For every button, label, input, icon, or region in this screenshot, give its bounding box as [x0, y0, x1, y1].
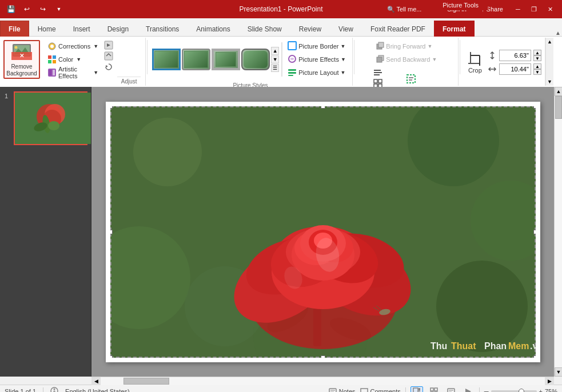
save-icon[interactable]: 💾 [5, 3, 17, 15]
slide-panel: 1 [0, 87, 91, 377]
width-up[interactable]: ▲ [533, 63, 541, 69]
picture-style-1[interactable] [152, 49, 181, 70]
artistic-effects-button[interactable]: Artistic Effects ▼ [45, 66, 101, 79]
tab-transitions[interactable]: Transitions [137, 21, 188, 37]
send-backward-button[interactable]: Send Backward ▼ [373, 53, 440, 66]
accessibility-icon[interactable] [50, 387, 58, 393]
handle-br[interactable] [533, 355, 536, 358]
handle-ml[interactable] [110, 230, 113, 234]
height-up[interactable]: ▲ [533, 50, 541, 55]
svg-rect-22 [288, 72, 296, 74]
slide-sorter-button[interactable] [428, 386, 440, 393]
svg-rect-96 [431, 388, 433, 391]
svg-rect-19 [288, 42, 296, 50]
scroll-down-arrow[interactable]: ▼ [555, 367, 562, 377]
zoom-slider[interactable] [491, 390, 537, 393]
picture-effects-button[interactable]: Picture Effects ▼ [285, 53, 349, 66]
scrollbar-thumb[interactable] [555, 96, 562, 119]
picture-style-2[interactable] [182, 49, 210, 70]
svg-rect-28 [374, 70, 381, 71]
tab-view[interactable]: View [330, 21, 362, 37]
remove-background-button[interactable]: ✕ RemoveBackground [3, 40, 40, 79]
tab-animations[interactable]: Animations [188, 21, 238, 37]
picture-effects-icon [288, 54, 297, 65]
comments-button[interactable]: Comments [360, 387, 401, 393]
search-placeholder[interactable]: 🔍 Tell me... [370, 3, 439, 15]
minimize-button[interactable]: ─ [511, 3, 525, 15]
ribbon-scroll-arrow[interactable]: ▲ [554, 30, 562, 36]
restore-button[interactable]: ❐ [527, 3, 541, 15]
tab-slideshow[interactable]: Slide Show [239, 21, 290, 37]
slide-image[interactable]: Thu Thuat Phan Mem .vn [110, 106, 536, 358]
corrections-button[interactable]: Corrections ▼ [45, 40, 101, 53]
scroll-left-arrow[interactable]: ◀ [91, 377, 101, 385]
reading-view-button[interactable] [445, 386, 457, 393]
ribbon-group-size: Crop ▲ ▼ ▲ ▼ [461, 38, 545, 86]
tab-design[interactable]: Design [99, 21, 137, 37]
styles-scroll: ▲ ▼ ☰ [271, 47, 279, 72]
handle-bm[interactable] [321, 355, 325, 358]
undo-icon[interactable]: ↩ [21, 3, 33, 15]
scroll-up-arrow[interactable]: ▲ [555, 87, 562, 96]
h-scroll-thumb[interactable] [123, 378, 169, 385]
zoom-out-button[interactable]: ─ [484, 388, 489, 393]
slide-list-item[interactable]: 1 [14, 91, 87, 145]
height-down[interactable]: ▼ [533, 55, 541, 61]
adjust-extra-buttons [103, 40, 114, 72]
picture-style-4[interactable] [241, 49, 270, 70]
notes-button[interactable]: Notes [329, 387, 356, 393]
ribbon-scroll-up[interactable]: ▲ [546, 38, 553, 46]
slideshow-button[interactable] [462, 386, 475, 393]
handle-tr[interactable] [533, 106, 536, 109]
zoom-in-button[interactable]: + [539, 388, 543, 393]
svg-rect-32 [378, 79, 382, 83]
slide-thumbnail-1[interactable] [14, 91, 87, 145]
styles-scroll-down[interactable]: ▼ [271, 55, 279, 63]
width-down[interactable]: ▼ [533, 69, 541, 75]
handle-bl[interactable] [110, 355, 113, 358]
zoom-thumb[interactable] [519, 389, 524, 393]
width-spinner: ▲ ▼ [533, 63, 541, 75]
crop-label: Crop [468, 67, 482, 74]
tab-review[interactable]: Review [290, 21, 330, 37]
picture-layout-button[interactable]: Picture Layout ▼ [285, 66, 349, 79]
scrollbar-track[interactable] [555, 96, 562, 367]
height-input[interactable] [499, 50, 531, 61]
title-bar: 💾 ↩ ↪ ▼ Presentation1 - PowerPoint Pictu… [0, 0, 562, 18]
picture-style-3[interactable] [212, 49, 240, 70]
styles-scroll-up[interactable]: ▲ [271, 47, 279, 55]
zoom-level: 75% [545, 388, 557, 393]
align-button[interactable] [373, 67, 383, 78]
picture-border-button[interactable]: Picture Border ▼ [285, 40, 349, 53]
tab-home[interactable]: Home [29, 21, 65, 37]
handle-tl[interactable] [110, 106, 113, 109]
tab-format[interactable]: Format [434, 21, 475, 37]
crop-button[interactable]: Crop [465, 49, 485, 76]
change-picture-button[interactable] [103, 51, 114, 61]
width-input[interactable] [499, 63, 531, 75]
canvas-area[interactable]: Thu Thuat Phan Mem .vn [91, 87, 554, 377]
customize-icon[interactable]: ▼ [53, 3, 65, 15]
picture-tools-label: Picture Tools [433, 0, 488, 10]
bring-forward-button[interactable]: Bring Forward ▼ [373, 40, 440, 53]
selection-pane-icon [406, 74, 416, 85]
handle-mr[interactable] [533, 230, 536, 234]
normal-view-button[interactable] [410, 386, 423, 393]
slide-canvas[interactable]: Thu Thuat Phan Mem .vn [106, 102, 540, 362]
h-scroll-track[interactable] [101, 377, 545, 385]
close-button[interactable]: ✕ [543, 3, 557, 15]
styles-expand[interactable]: ☰ [271, 64, 279, 72]
tab-file[interactable]: File [0, 21, 29, 37]
quick-access-toolbar: 💾 ↩ ↪ ▼ [5, 3, 65, 15]
color-icon [47, 55, 57, 64]
compress-button[interactable] [103, 40, 114, 50]
scroll-right-arrow[interactable]: ▶ [545, 377, 554, 385]
tab-insert[interactable]: Insert [65, 21, 99, 37]
reset-picture-button[interactable] [103, 62, 114, 72]
tab-foxit[interactable]: Foxit Reader PDF [362, 21, 434, 37]
handle-tm[interactable] [321, 106, 325, 109]
ribbon-scroll-down[interactable]: ▼ [546, 78, 553, 86]
redo-icon[interactable]: ↪ [37, 3, 49, 15]
svg-rect-93 [413, 388, 418, 393]
color-button[interactable]: Color ▼ [45, 53, 101, 66]
